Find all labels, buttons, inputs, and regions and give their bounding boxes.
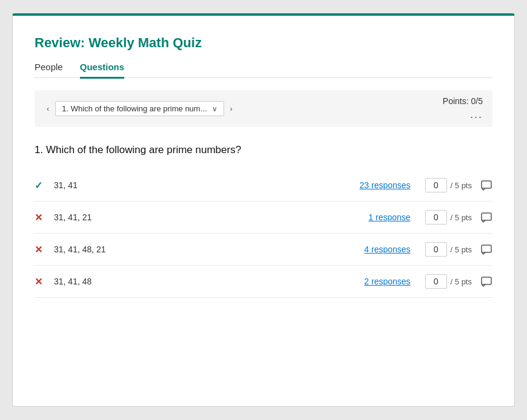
comment-button[interactable] bbox=[480, 275, 492, 287]
answer-row: ✕ 31, 41, 48, 21 4 responses / 5 pts bbox=[35, 234, 492, 266]
answer-text: 31, 41, 21 bbox=[54, 212, 368, 222]
question-nav-bar: ‹ 1. Which of the following are prime nu… bbox=[35, 90, 492, 127]
score-input[interactable] bbox=[425, 242, 447, 257]
answer-text: 31, 41, 48, 21 bbox=[54, 244, 364, 254]
question-selector[interactable]: 1. Which of the following are prime num.… bbox=[55, 101, 224, 116]
score-input[interactable] bbox=[425, 178, 447, 192]
pts-label: / 5 pts bbox=[451, 213, 472, 222]
svg-rect-1 bbox=[482, 213, 491, 220]
svg-rect-2 bbox=[482, 245, 491, 252]
answers-list: ✓ 31, 41 23 responses / 5 pts ✕ 31, 41, … bbox=[35, 169, 492, 298]
prev-arrow[interactable]: ‹ bbox=[44, 103, 51, 114]
score-input[interactable] bbox=[425, 274, 447, 289]
incorrect-icon: ✕ bbox=[35, 212, 54, 223]
answer-row: ✕ 31, 41, 48 2 responses / 5 pts bbox=[35, 266, 492, 298]
comment-button[interactable] bbox=[480, 211, 492, 223]
incorrect-icon: ✕ bbox=[35, 276, 54, 287]
comment-button[interactable] bbox=[480, 243, 492, 255]
answer-text: 31, 41, 48 bbox=[54, 277, 364, 286]
responses-link[interactable]: 23 responses bbox=[360, 180, 411, 190]
answer-row: ✓ 31, 41 23 responses / 5 pts bbox=[35, 169, 492, 202]
page-title: Review: Weekly Math Quiz bbox=[35, 35, 492, 51]
more-options-button[interactable]: ... bbox=[470, 108, 483, 121]
points-label: Points: 0/5 bbox=[443, 96, 483, 106]
svg-rect-0 bbox=[482, 181, 491, 188]
nav-right: Points: 0/5 ... bbox=[443, 96, 483, 121]
pts-label: / 5 pts bbox=[451, 245, 472, 254]
next-arrow[interactable]: › bbox=[228, 103, 235, 114]
answer-text: 31, 41 bbox=[54, 180, 360, 190]
question-title: 1. Which of the following are prime numb… bbox=[35, 144, 492, 156]
question-selector-text: 1. Which of the following are prime num.… bbox=[62, 104, 207, 113]
tab-people[interactable]: People bbox=[35, 62, 63, 79]
correct-icon: ✓ bbox=[35, 180, 54, 191]
tab-questions[interactable]: Questions bbox=[80, 62, 124, 79]
chevron-down-icon: ∨ bbox=[212, 105, 217, 113]
main-card: Review: Weekly Math Quiz People Question… bbox=[12, 13, 515, 407]
score-box: / 5 pts bbox=[425, 242, 472, 257]
responses-link[interactable]: 1 response bbox=[368, 212, 410, 222]
incorrect-icon: ✕ bbox=[35, 244, 54, 255]
svg-rect-3 bbox=[482, 277, 491, 284]
responses-link[interactable]: 2 responses bbox=[364, 277, 410, 286]
pts-label: / 5 pts bbox=[451, 277, 472, 286]
responses-link[interactable]: 4 responses bbox=[364, 244, 410, 254]
score-input[interactable] bbox=[425, 210, 447, 225]
tabs-bar: People Questions bbox=[35, 62, 492, 78]
score-box: / 5 pts bbox=[425, 178, 472, 192]
answer-row: ✕ 31, 41, 21 1 response / 5 pts bbox=[35, 202, 492, 234]
comment-button[interactable] bbox=[480, 179, 492, 191]
pts-label: / 5 pts bbox=[451, 181, 472, 190]
score-box: / 5 pts bbox=[425, 210, 472, 225]
score-box: / 5 pts bbox=[425, 274, 472, 289]
question-nav-left: ‹ 1. Which of the following are prime nu… bbox=[44, 101, 235, 116]
